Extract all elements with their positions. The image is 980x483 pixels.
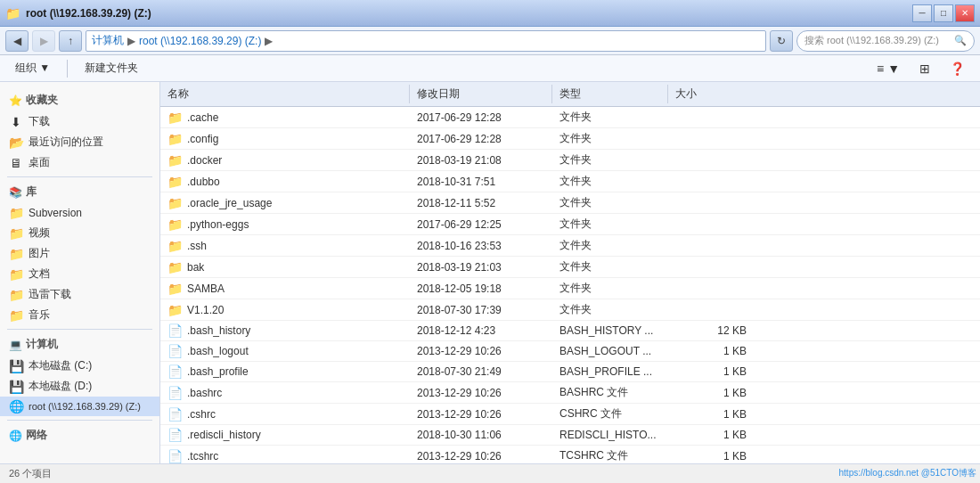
search-box[interactable]: 搜索 root (\\192.168.39.29) (Z:) 🔍 [796,30,975,52]
sidebar-item-music[interactable]: 📁 音乐 [0,305,159,325]
table-row[interactable]: 📄 .rediscli_history 2018-10-30 11:06 RED… [160,425,980,446]
refresh-button[interactable]: ↻ [770,30,793,52]
file-icon: 📄 [167,449,183,463]
file-icon: 📄 [167,428,183,442]
file-date-cell: 2018-10-16 23:53 [410,235,552,256]
col-type-header[interactable]: 类型 [552,85,668,103]
file-type: 文件夹 [559,238,592,253]
file-name: .bash_logout [187,345,249,357]
help-button[interactable]: ❓ [943,59,971,78]
table-row[interactable]: 📁 .oracle_jre_usage 2018-12-11 5:52 文件夹 [160,192,980,214]
folder-icon: 📁 [167,175,183,189]
address-path[interactable]: 计算机 ▶ root (\\192.168.39.29) (Z:) ▶ [86,30,766,52]
file-name-cell: 📁 .ssh [160,235,410,256]
table-row[interactable]: 📁 .docker 2018-03-19 21:08 文件夹 [160,150,980,171]
folder-icon: 📁 [167,260,183,274]
folder-icon: 📁 [167,196,183,210]
file-size-cell [668,214,757,234]
view-list-button[interactable]: ≡ ▼ [870,59,906,78]
table-row[interactable]: 📄 .bash_profile 2018-07-30 21:49 BASH_PR… [160,362,980,382]
table-row[interactable]: 📁 .config 2017-06-29 12:28 文件夹 [160,128,980,150]
sidebar-item-drive-c[interactable]: 💾 本地磁盘 (C:) [0,356,159,376]
file-type: 文件夹 [559,195,592,210]
file-icon: 📄 [167,323,183,338]
table-row[interactable]: 📁 SAMBA 2018-12-05 19:18 文件夹 [160,278,980,299]
sidebar-item-network-drive[interactable]: 🌐 root (\\192.168.39.29) (Z:) [0,397,159,416]
file-name: .ssh [187,240,207,252]
file-type-cell: TCSHRC 文件 [552,446,668,463]
file-type: BASH_HISTORY ... [559,324,653,337]
file-size-cell: 1 KB [668,362,757,381]
content-area: 名称 修改日期 类型 大小 📁 .cache 2017-06-29 12:28 … [160,82,980,463]
file-date-cell: 2018-07-30 21:49 [410,362,552,381]
minimize-button[interactable]: ─ [912,4,932,22]
file-type: 文件夹 [559,217,592,232]
file-size: 1 KB [723,387,747,399]
table-row[interactable]: 📁 .cache 2017-06-29 12:28 文件夹 [160,107,980,128]
col-size-header[interactable]: 大小 [668,85,757,103]
toolbar-sep [67,60,68,78]
file-name: .tcshrc [187,450,218,463]
file-size-cell [668,107,757,127]
file-date-cell: 2018-12-05 19:18 [410,278,552,299]
close-button[interactable]: ✕ [955,4,975,22]
table-row[interactable]: 📁 V1.1.20 2018-07-30 17:39 文件夹 [160,299,980,321]
file-date: 2017-06-29 12:25 [417,218,502,231]
path-root: root (\\192.168.39.29) (Z:) [139,35,261,47]
table-row[interactable]: 📄 .cshrc 2013-12-29 10:26 CSHRC 文件 1 KB [160,404,980,425]
col-name-header[interactable]: 名称 [160,85,410,103]
folder-icon: 📁 [167,239,183,253]
table-row[interactable]: 📁 .dubbo 2018-10-31 7:51 文件夹 [160,171,980,192]
file-size: 1 KB [723,365,747,378]
file-date: 2018-10-16 23:53 [417,240,502,252]
main-layout: ⭐ 收藏夹 ⬇ 下载 📂 最近访问的位置 🖥 桌面 📚 库 [0,82,980,463]
sidebar-item-video[interactable]: 📁 视频 [0,223,159,243]
table-row[interactable]: 📁 bak 2018-03-19 21:03 文件夹 [160,257,980,278]
path-sep2: ▶ [265,35,273,47]
organize-button[interactable]: 组织 ▼ [9,58,56,78]
search-icon[interactable]: 🔍 [954,35,967,46]
view-preview-button[interactable]: ⊞ [913,59,936,78]
col-date-header[interactable]: 修改日期 [410,85,552,103]
sidebar-item-thunder[interactable]: 📁 迅雷下载 [0,284,159,305]
table-row[interactable]: 📁 .python-eggs 2017-06-29 12:25 文件夹 [160,214,980,235]
file-icon: 📄 [167,344,183,358]
file-name-cell: 📁 V1.1.20 [160,299,410,320]
file-date-cell: 2018-03-19 21:03 [410,257,552,277]
file-size-cell: 1 KB [668,404,757,424]
sidebar-item-recent[interactable]: 📂 最近访问的位置 [0,132,159,152]
file-date: 2013-12-29 10:26 [417,450,502,463]
file-size: 1 KB [723,345,747,357]
forward-button[interactable]: ▶ [32,30,55,52]
sidebar-item-desktop[interactable]: 🖥 桌面 [0,152,159,173]
file-type: 文件夹 [559,302,592,317]
file-size: 1 KB [723,429,747,441]
table-row[interactable]: 📁 .ssh 2018-10-16 23:53 文件夹 [160,235,980,257]
file-date-cell: 2018-12-12 4:23 [410,321,552,340]
file-type-cell: REDISCLI_HISTO... [552,425,668,445]
file-size-cell: 1 KB [668,425,757,445]
sidebar-item-download[interactable]: ⬇ 下载 [0,111,159,132]
table-row[interactable]: 📄 .tcshrc 2013-12-29 10:26 TCSHRC 文件 1 K… [160,446,980,463]
libraries-section: 📚 库 📁 Subversion 📁 视频 📁 图片 📁 文档 📁 迅雷 [0,181,159,325]
sidebar-item-drive-d[interactable]: 💾 本地磁盘 (D:) [0,376,159,397]
new-folder-button[interactable]: 新建文件夹 [78,58,144,78]
file-date-cell: 2018-12-11 5:52 [410,192,552,213]
sidebar-item-documents[interactable]: 📁 文档 [0,264,159,284]
maximize-button[interactable]: □ [934,4,953,22]
file-date: 2018-12-11 5:52 [417,197,495,209]
folder-icon: 📁 [167,132,183,146]
sidebar-item-subversion[interactable]: 📁 Subversion [0,203,159,223]
up-button[interactable]: ↑ [59,30,82,52]
file-date-cell: 2017-06-29 12:28 [410,107,552,127]
file-icon: 📄 [167,407,183,422]
path-computer: 计算机 [92,33,124,48]
back-button[interactable]: ◀ [5,30,29,52]
table-row[interactable]: 📄 .bashrc 2013-12-29 10:26 BASHRC 文件 1 K… [160,382,980,404]
file-type-cell: BASHRC 文件 [552,382,668,403]
file-type-cell: 文件夹 [552,278,668,299]
table-row[interactable]: 📄 .bash_logout 2013-12-29 10:26 BASH_LOG… [160,341,980,362]
file-type-cell: 文件夹 [552,257,668,277]
sidebar-item-pictures[interactable]: 📁 图片 [0,243,159,264]
table-row[interactable]: 📄 .bash_history 2018-12-12 4:23 BASH_HIS… [160,321,980,341]
